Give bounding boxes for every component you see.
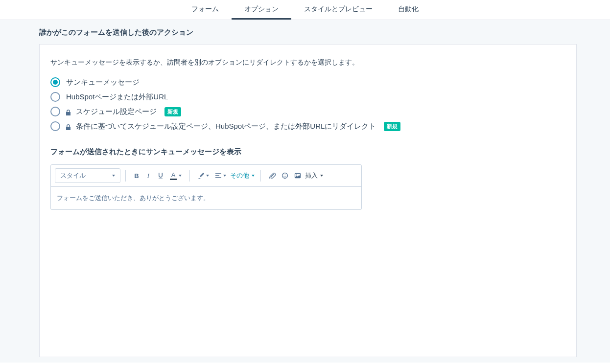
chevron-down-icon <box>223 175 226 177</box>
underline-button[interactable] <box>154 170 167 181</box>
chevron-down-icon <box>206 175 209 177</box>
svg-point-1 <box>283 175 284 176</box>
radio-thank-you-message[interactable]: サンキューメッセージ <box>50 75 565 90</box>
tab-option[interactable]: オプション <box>232 0 291 20</box>
italic-button[interactable]: I <box>142 170 154 182</box>
image-button[interactable] <box>291 170 304 181</box>
paperclip-icon <box>269 172 276 179</box>
toolbar-separator <box>189 170 190 182</box>
underline-icon <box>157 172 164 179</box>
chevron-down-icon <box>112 175 115 177</box>
toolbar-separator <box>125 170 126 182</box>
svg-point-0 <box>282 173 288 179</box>
intro-text: サンキューメッセージを表示するか、訪問者を別のオプションにリダイレクトするかを選… <box>50 58 565 67</box>
subsection-title: フォームが送信されたときにサンキューメッセージを表示 <box>50 147 565 157</box>
attachment-button[interactable] <box>266 170 279 181</box>
marker-icon <box>198 172 205 179</box>
bold-button[interactable]: B <box>131 170 142 182</box>
text-color-button[interactable]: A <box>167 170 185 182</box>
align-left-icon <box>215 172 222 179</box>
section-title: 誰かがこのフォームを送信した後のアクション <box>0 20 610 44</box>
chevron-down-icon <box>252 175 255 177</box>
radio-hubspot-page-or-url[interactable]: HubSpotページまたは外部URL <box>50 90 565 104</box>
more-dropdown[interactable]: その他 <box>229 169 256 182</box>
new-badge: 新規 <box>164 107 181 116</box>
image-icon <box>294 172 301 179</box>
radio-label: HubSpotページまたは外部URL <box>66 92 168 102</box>
editor-content-area[interactable]: フォームをご送信いただき、ありがとうございます。 <box>51 187 361 209</box>
smiley-icon <box>282 172 288 179</box>
svg-point-4 <box>296 175 297 176</box>
insert-dropdown[interactable]: 挿入 <box>304 169 324 182</box>
settings-panel: サンキューメッセージを表示するか、訪問者を別のオプションにリダイレクトするかを選… <box>39 44 577 357</box>
top-tab-bar: フォーム オプション スタイルとプレビュー 自動化 <box>0 0 610 20</box>
svg-point-2 <box>285 175 286 176</box>
radio-label: サンキューメッセージ <box>66 78 140 87</box>
rich-text-editor: スタイル B I A <box>50 164 362 210</box>
tab-style-preview[interactable]: スタイルとプレビュー <box>291 0 385 20</box>
radio-icon <box>50 121 60 131</box>
new-badge: 新規 <box>384 122 400 131</box>
radio-conditional-redirect[interactable]: 条件に基づいてスケジュール設定ページ、HubSpotページ、または外部URLにリ… <box>50 119 565 134</box>
highlight-button[interactable] <box>195 170 212 181</box>
radio-label: 条件に基づいてスケジュール設定ページ、HubSpotページ、または外部URLにリ… <box>66 122 400 131</box>
radio-icon <box>50 107 60 116</box>
tab-form[interactable]: フォーム <box>179 0 232 20</box>
style-dropdown[interactable]: スタイル <box>55 168 120 183</box>
radio-icon <box>50 77 60 87</box>
post-submit-radio-group: サンキューメッセージ HubSpotページまたは外部URL スケジュール設定ペー… <box>50 75 565 134</box>
align-button[interactable] <box>212 170 229 181</box>
tab-automation[interactable]: 自動化 <box>385 0 431 20</box>
chevron-down-icon <box>179 175 182 177</box>
emoji-button[interactable] <box>279 170 291 181</box>
toolbar-separator <box>260 170 261 182</box>
lock-icon <box>66 109 71 114</box>
radio-scheduling-page[interactable]: スケジュール設定ページ 新規 <box>50 104 565 119</box>
radio-label: スケジュール設定ページ 新規 <box>66 107 181 116</box>
chevron-down-icon <box>320 175 323 177</box>
editor-toolbar: スタイル B I A <box>51 165 361 187</box>
radio-icon <box>50 92 60 102</box>
lock-icon <box>66 123 71 129</box>
